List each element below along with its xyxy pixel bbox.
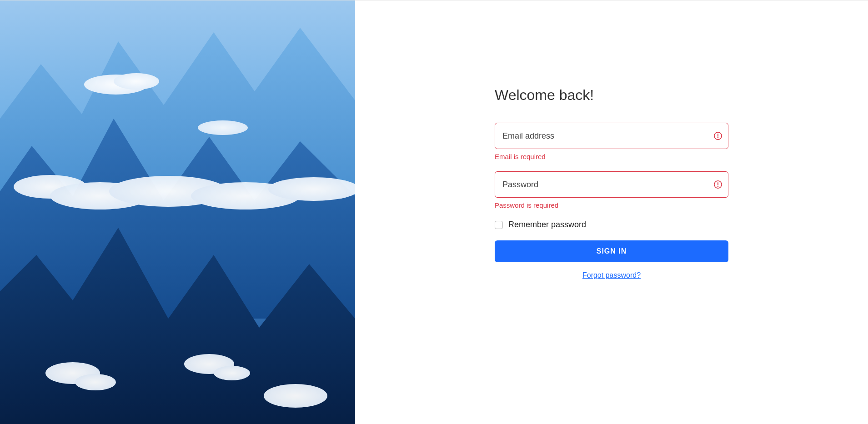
svg-point-13 [264, 384, 327, 408]
forgot-password-link[interactable]: Forgot password? [495, 271, 728, 279]
login-panel: Welcome back! Email is required Password… [355, 0, 868, 424]
page-title: Welcome back! [495, 87, 728, 104]
svg-point-10 [75, 374, 116, 390]
svg-point-7 [114, 73, 159, 90]
password-field[interactable] [495, 171, 728, 198]
password-error-text: Password is required [495, 201, 728, 209]
remember-label[interactable]: Remember password [508, 220, 586, 229]
page-layout: Welcome back! Email is required Password… [0, 0, 868, 424]
email-error-text: Email is required [495, 153, 728, 160]
email-field[interactable] [495, 123, 728, 149]
remember-checkbox[interactable] [495, 221, 503, 229]
hero-image [0, 0, 355, 424]
password-field-wrap [495, 171, 728, 198]
login-form: Welcome back! Email is required Password… [495, 87, 728, 279]
email-field-wrap [495, 123, 728, 149]
svg-point-8 [198, 120, 248, 135]
svg-point-5 [268, 177, 355, 201]
svg-point-12 [214, 366, 250, 380]
remember-row: Remember password [495, 220, 728, 229]
signin-button[interactable]: Sign In [495, 240, 728, 262]
